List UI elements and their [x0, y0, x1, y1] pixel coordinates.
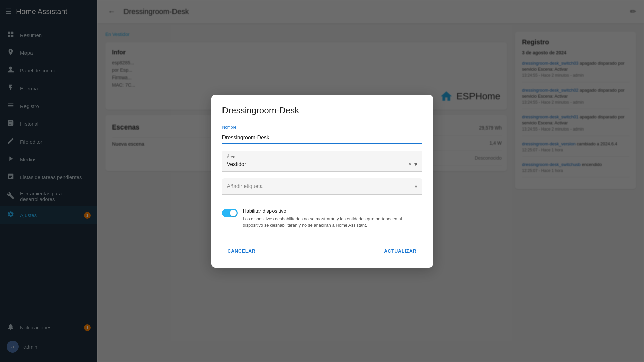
label-field-group: Añadir etiqueta ▾	[222, 178, 422, 195]
dropdown-area-icon[interactable]: ▾	[414, 161, 417, 168]
add-label-placeholder: Añadir etiqueta	[227, 183, 263, 189]
enable-device-desc: Los dispositivos deshabilitados no se mo…	[243, 216, 422, 229]
area-label: Área	[227, 155, 417, 159]
dropdown-label-icon: ▾	[415, 183, 417, 190]
toggle-text: Habilitar dispositivo Los dispositivos d…	[243, 208, 422, 229]
toggle-track[interactable]	[222, 209, 238, 217]
toggle-thumb	[230, 210, 237, 216]
area-icons: × ▾	[408, 161, 417, 168]
toggle-section: Habilitar dispositivo Los dispositivos d…	[222, 201, 422, 231]
enable-device-toggle[interactable]	[222, 209, 238, 217]
area-value-row: Vestidor × ▾	[227, 161, 417, 168]
name-input[interactable]	[222, 132, 422, 144]
enable-device-title: Habilitar dispositivo	[243, 208, 422, 214]
modal-overlay: Dressingroom-Desk Nombre Área Vestidor ×…	[0, 0, 644, 362]
area-field-row: Área Vestidor × ▾	[222, 151, 422, 172]
update-button[interactable]: ACTUALIZAR	[379, 245, 422, 257]
modal-title: Dressingroom-Desk	[222, 105, 422, 116]
area-field-group: Área Vestidor × ▾	[222, 151, 422, 172]
area-value: Vestidor	[227, 161, 246, 167]
modal-dialog: Dressingroom-Desk Nombre Área Vestidor ×…	[211, 95, 433, 268]
name-field-group: Nombre	[222, 125, 422, 144]
name-label: Nombre	[222, 125, 422, 130]
modal-actions: CANCELAR ACTUALIZAR	[222, 241, 422, 257]
clear-area-icon[interactable]: ×	[408, 161, 412, 168]
cancel-button[interactable]: CANCELAR	[222, 245, 261, 257]
add-label-row[interactable]: Añadir etiqueta ▾	[222, 178, 422, 195]
